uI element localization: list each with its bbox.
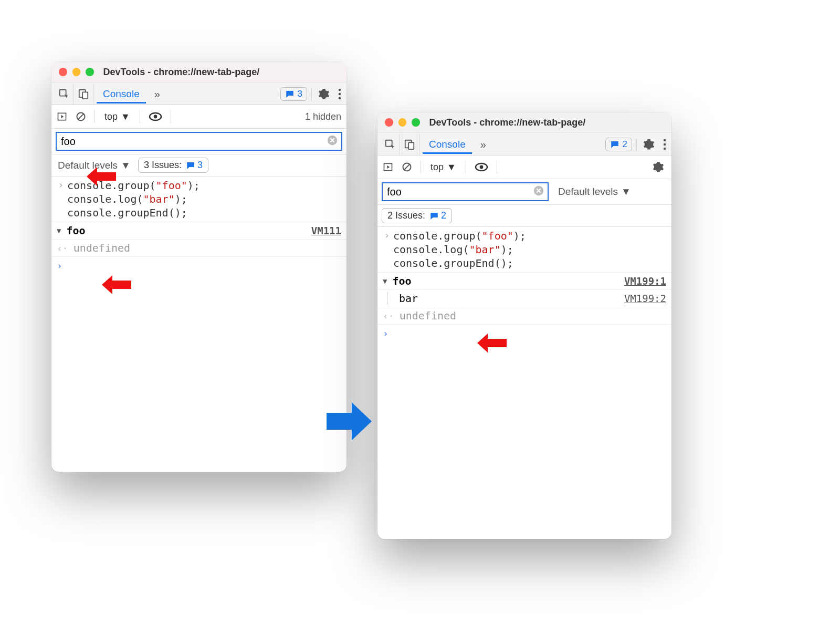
group-label: foo (392, 275, 411, 287)
svg-point-3 (339, 89, 341, 91)
svg-line-20 (404, 164, 410, 170)
console-group-header[interactable]: ▼ foo VM111 (51, 222, 346, 240)
return-row: ‹· undefined (51, 240, 346, 257)
console-subtoolbar: top ▼ (377, 155, 671, 179)
settings-icon[interactable] (314, 86, 334, 102)
zoom-dot[interactable] (412, 118, 420, 127)
prompt-row[interactable]: › (51, 257, 346, 274)
device-toggle-icon[interactable] (400, 134, 419, 155)
log-levels-label: Default levels (58, 160, 118, 171)
svg-point-16 (664, 143, 666, 146)
prompt-chevron-icon: › (57, 260, 62, 271)
comparison-stage: DevTools - chrome://new-tab-page/ Consol… (0, 0, 840, 643)
filter-input[interactable]: foo (382, 182, 549, 201)
source-link[interactable]: VM199:2 (624, 293, 666, 304)
issues-button[interactable]: 2 Issues: 2 (382, 208, 452, 223)
device-toggle-icon[interactable] (74, 84, 93, 105)
console-output: › console.group("foo"); console.log("bar… (51, 177, 346, 274)
source-link[interactable]: VM199:1 (624, 275, 666, 287)
return-arrow-icon: ‹· (57, 243, 68, 254)
triangle-down-icon: ▼ (57, 226, 61, 235)
kebab-icon[interactable] (334, 86, 345, 102)
close-dot[interactable] (59, 68, 67, 76)
zoom-dot[interactable] (86, 68, 94, 76)
console-output: › console.group("foo"); console.log("bar… (377, 227, 671, 342)
minimize-dot[interactable] (72, 68, 81, 76)
filter-row: foo (51, 129, 346, 154)
levels-row: Default levels ▼ 3 Issues: 3 (51, 154, 346, 177)
more-tabs-icon[interactable]: » (475, 136, 491, 154)
chevron-down-icon: ▼ (621, 186, 631, 198)
code-block: console.group("foo"); console.log("bar")… (393, 229, 526, 270)
console-group-header[interactable]: ▼ foo VM199:1 (377, 273, 671, 290)
input-echo-row[interactable]: › console.group("foo"); console.log("bar… (377, 227, 671, 273)
input-echo-row[interactable]: › console.group("foo"); console.log("bar… (51, 177, 346, 222)
chat-icon (285, 89, 295, 99)
context-selector[interactable]: top ▼ (427, 161, 459, 174)
drawer-toggle-icon[interactable] (55, 111, 69, 122)
issues-count: 3 (197, 160, 203, 171)
context-selector[interactable]: top ▼ (101, 110, 133, 123)
chevron-down-icon: ▼ (447, 162, 456, 173)
inspect-icon[interactable] (52, 84, 74, 105)
context-value: top (104, 111, 118, 122)
prompt-chevron-icon: › (383, 328, 388, 339)
titlebar[interactable]: DevTools - chrome://new-tab-page/ (51, 62, 346, 82)
undefined-label: undefined (74, 242, 130, 254)
traffic-lights (59, 68, 94, 76)
close-dot[interactable] (385, 118, 393, 127)
hidden-count[interactable]: 1 hidden (305, 111, 343, 122)
main-toolbar: Console » 3 (51, 82, 346, 105)
svg-point-22 (479, 165, 483, 169)
issues-count: 2 (441, 210, 446, 221)
toolbar-issues-count: 3 (298, 89, 302, 99)
console-log-row[interactable]: bar VM199:2 (377, 290, 671, 307)
log-levels-dropdown[interactable]: Default levels ▼ (556, 185, 633, 199)
traffic-lights (385, 118, 420, 127)
issues-button[interactable]: 3 Issues: 3 (138, 158, 208, 173)
devtools-window-before: DevTools - chrome://new-tab-page/ Consol… (51, 62, 346, 472)
window-title: DevTools - chrome://new-tab-page/ (429, 117, 586, 128)
tab-console[interactable]: Console (423, 136, 472, 154)
kebab-icon[interactable] (659, 137, 670, 152)
filter-input[interactable]: foo (56, 132, 342, 151)
group-label: foo (66, 224, 85, 237)
clear-filter-icon[interactable] (533, 185, 544, 199)
issues-label: 2 Issues: (387, 210, 425, 221)
chat-icon (429, 211, 439, 221)
console-settings-icon[interactable] (648, 159, 668, 175)
clear-console-icon[interactable] (400, 162, 414, 172)
minimize-dot[interactable] (398, 118, 407, 127)
titlebar[interactable]: DevTools - chrome://new-tab-page/ (377, 112, 671, 133)
toolbar-issues-pill[interactable]: 2 (605, 138, 632, 151)
return-row: ‹· undefined (377, 307, 671, 325)
prompt-row[interactable]: › (377, 325, 671, 342)
filter-row: foo Default levels ▼ (377, 179, 671, 205)
live-expression-icon[interactable] (472, 162, 490, 172)
filter-value: foo (387, 186, 402, 198)
undefined-label: undefined (400, 309, 456, 322)
log-levels-label: Default levels (558, 186, 618, 198)
issues-row: 2 Issues: 2 (377, 205, 671, 227)
svg-point-17 (664, 148, 666, 150)
inspect-icon[interactable] (379, 134, 400, 155)
tab-console[interactable]: Console (97, 85, 146, 103)
clear-console-icon[interactable] (74, 111, 88, 122)
chat-icon (186, 161, 195, 170)
chat-icon (610, 140, 620, 149)
clear-filter-icon[interactable] (327, 134, 338, 149)
more-tabs-icon[interactable]: » (149, 85, 165, 103)
log-value: bar (399, 292, 418, 305)
svg-rect-2 (82, 92, 88, 99)
filter-value: foo (61, 136, 76, 148)
svg-point-4 (339, 93, 341, 96)
context-value: top (430, 162, 444, 173)
log-levels-dropdown[interactable]: Default levels ▼ (56, 159, 133, 172)
live-expression-icon[interactable] (146, 112, 164, 121)
drawer-toggle-icon[interactable] (381, 162, 395, 172)
svg-point-5 (339, 97, 341, 100)
settings-icon[interactable] (639, 137, 659, 152)
toolbar-issues-pill[interactable]: 3 (280, 87, 307, 101)
return-arrow-icon: ‹· (383, 310, 394, 322)
source-link[interactable]: VM111 (311, 225, 341, 236)
